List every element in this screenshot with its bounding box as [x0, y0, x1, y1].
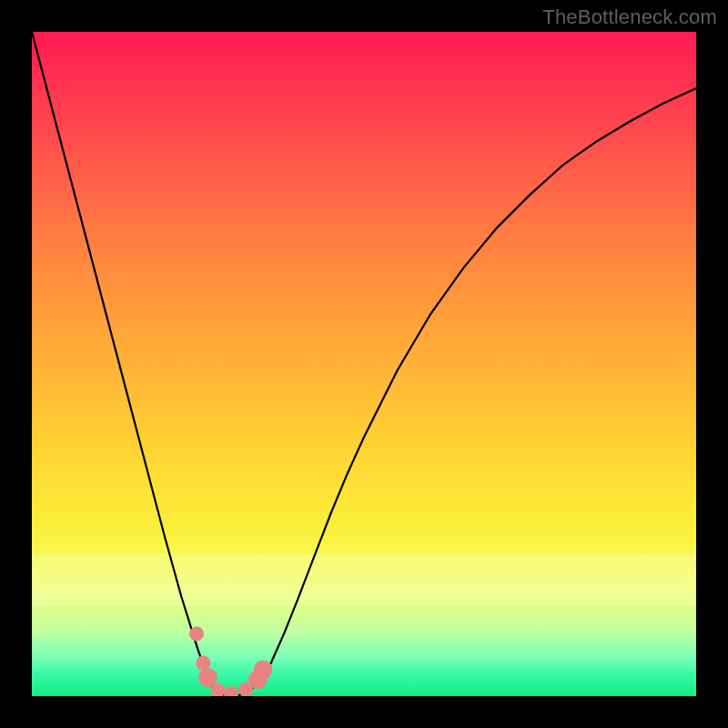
bottleneck-curve	[32, 32, 696, 696]
curve-marker	[196, 656, 210, 671]
plot-area	[32, 32, 696, 696]
chart-frame: TheBottleneck.com	[0, 0, 728, 728]
curve-marker	[189, 626, 204, 641]
curve-marker	[224, 686, 238, 696]
watermark-text: TheBottleneck.com	[542, 5, 717, 29]
curve-path	[32, 32, 696, 696]
curve-markers	[189, 626, 272, 696]
curve-marker	[254, 660, 273, 679]
